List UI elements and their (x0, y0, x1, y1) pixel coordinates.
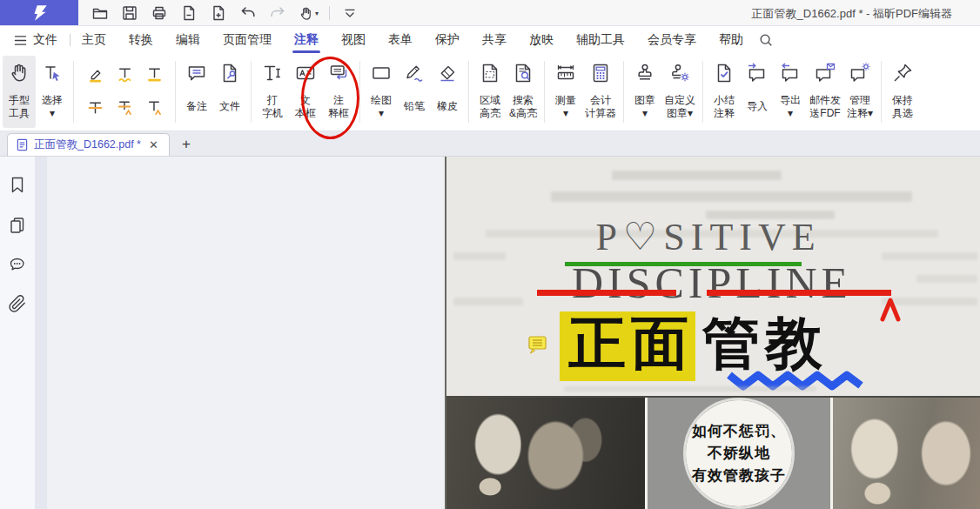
tab-page-organize[interactable]: 页面管理 (211, 27, 283, 53)
tab-view[interactable]: 视图 (330, 27, 377, 53)
attachments-panel-icon[interactable] (8, 294, 27, 313)
note-button[interactable]: 备注 (180, 56, 213, 128)
strikeout-text-button[interactable] (82, 93, 108, 121)
search-highlight-icon (512, 59, 534, 87)
summary-page-icon (713, 59, 735, 87)
import-comments-button[interactable]: 导入 (741, 56, 774, 128)
pdf-doc-icon (17, 138, 28, 151)
squiggly-underline-button[interactable] (111, 60, 138, 88)
tab-protect[interactable]: 保护 (424, 27, 471, 53)
export-comments-button[interactable]: 导出 ▾ (774, 56, 807, 128)
custom-stamp-button[interactable]: 自定义 图章▾ (661, 56, 698, 128)
hand-icon (8, 59, 30, 87)
file-menu[interactable]: 文件 (0, 27, 70, 53)
note-bubble-icon (185, 59, 208, 87)
toolbar-separator (73, 61, 74, 123)
ribbon-tab-bar: 文件 主页 转换 编辑 页面管理 注释 视图 表单 保护 共享 放映 辅助工具 … (0, 27, 980, 53)
file-attachment-button[interactable]: 文件 (213, 56, 246, 128)
close-tab-icon[interactable]: ✕ (147, 138, 160, 151)
drawing-button[interactable]: 绘图 ▾ (365, 56, 398, 128)
tab-convert[interactable]: 转换 (117, 27, 164, 53)
faint-text-line (564, 386, 816, 392)
open-folder-icon[interactable] (91, 3, 110, 23)
undo-icon[interactable] (238, 3, 258, 23)
insert-page-icon[interactable] (209, 3, 228, 23)
pages-panel-icon[interactable] (8, 216, 27, 235)
highlight-text-button[interactable] (82, 60, 108, 88)
area-highlight-button[interactable]: 区域 高亮 (473, 56, 507, 128)
custom-stamp-icon (668, 59, 691, 87)
search-button[interactable] (758, 32, 774, 48)
grab-hand-icon (298, 5, 314, 22)
summarize-comments-button[interactable]: 小结 注释 (708, 56, 741, 128)
comments-panel-icon[interactable] (8, 255, 27, 274)
tab-comment[interactable]: 注释 (283, 27, 330, 53)
tab-edit[interactable]: 编辑 (164, 27, 211, 53)
accounting-calculator-button[interactable]: 会计 计算器 (582, 56, 619, 128)
tab-accessibility[interactable]: 辅助工具 (565, 27, 636, 53)
search-highlight-button[interactable]: 搜索 &高亮 (507, 56, 540, 128)
tab-share[interactable]: 共享 (471, 27, 518, 53)
toolbar-separator (251, 61, 252, 123)
faint-text-line (916, 275, 977, 283)
document-tab[interactable]: 正面管教_D1662.pdf * ✕ (7, 133, 170, 156)
typewriter-button[interactable]: 打 字机 (256, 56, 289, 128)
red-strikethrough-annotation[interactable] (707, 290, 891, 296)
manage-comments-button[interactable]: 管理 注释▾ (843, 56, 876, 128)
customize-toolbar-icon[interactable] (340, 3, 359, 23)
tab-membership[interactable]: 会员专享 (636, 27, 708, 53)
cover-photo-strip: 如何不惩罚、 不娇纵地 有效管教孩子 (446, 396, 980, 509)
document-view: P♡SITIVE DISCIPLINE 正面管教 如何不惩罚、 不娇纵地 有效管… (0, 157, 980, 509)
photo-girl-and-woman (833, 398, 980, 509)
pin-icon (891, 59, 914, 87)
replace-text-button[interactable] (111, 93, 138, 121)
yellow-highlight-annotation[interactable]: 正面 (560, 311, 695, 381)
new-tab-button[interactable]: + (182, 136, 191, 153)
faint-text-line (551, 191, 912, 202)
title-bar: ▾ 正面管教_D1662.pdf * - 福昕PDF编辑器 (0, 0, 980, 26)
foxit-f-icon (30, 3, 49, 23)
textbox-button[interactable]: 文 本框 (289, 56, 322, 128)
hand-tool-button[interactable]: 手型 工具 (3, 56, 36, 128)
sticky-note-annotation-icon[interactable] (528, 336, 547, 354)
calculator-icon (589, 59, 612, 87)
hamburger-icon (14, 35, 27, 46)
toolbar-separator (468, 61, 469, 123)
redo-icon (268, 3, 287, 23)
tab-help[interactable]: 帮助 (708, 27, 755, 53)
grab-hand-tool[interactable]: ▾ (298, 5, 319, 22)
red-strikethrough-annotation[interactable] (537, 290, 676, 296)
select-tool-button[interactable]: 选择 ▾ (36, 56, 69, 128)
search-icon (758, 32, 774, 48)
stamp-button[interactable]: 图章 ▾ (628, 56, 661, 128)
titlebar-separator (329, 6, 330, 20)
pencil-button[interactable]: 铅笔 (398, 56, 431, 128)
bookmarks-panel-icon[interactable] (8, 176, 27, 195)
keep-tool-selected-button[interactable]: 保持 具选 (886, 56, 919, 128)
save-icon[interactable] (120, 3, 139, 23)
cover-title-english-line2: DISCIPLINE (506, 258, 918, 308)
comment-toolbar: 手型 工具 选择 ▾ 备注 文件 打 字机 文 本框 注 释框 绘图 ▾ (0, 53, 980, 131)
toolbar-separator (702, 61, 703, 123)
underline-text-button[interactable] (141, 60, 167, 88)
export-bubble-icon (779, 59, 802, 87)
callout-icon (327, 59, 350, 87)
navigation-panel-rail (0, 157, 35, 509)
photo-mother-and-child (446, 398, 645, 509)
foxit-logo[interactable] (0, 0, 78, 25)
toolbar-separator (175, 61, 176, 123)
tab-form[interactable]: 表单 (377, 27, 424, 53)
tab-home[interactable]: 主页 (70, 27, 117, 53)
file-menu-label: 文件 (33, 32, 57, 48)
eraser-button[interactable]: 橡皮 (431, 56, 464, 128)
measure-button[interactable]: 测量 ▾ (549, 56, 582, 128)
panel-gutter[interactable] (35, 157, 47, 509)
manage-bubble-icon (849, 59, 871, 87)
red-caret-annotation[interactable] (879, 296, 902, 322)
print-icon[interactable] (150, 3, 169, 23)
insert-text-button[interactable] (141, 93, 167, 121)
remove-page-icon[interactable] (179, 3, 198, 23)
callout-button[interactable]: 注 释框 (322, 56, 355, 128)
tab-present[interactable]: 放映 (518, 27, 565, 53)
email-fdf-button[interactable]: 邮件发 送FDF (807, 56, 843, 128)
